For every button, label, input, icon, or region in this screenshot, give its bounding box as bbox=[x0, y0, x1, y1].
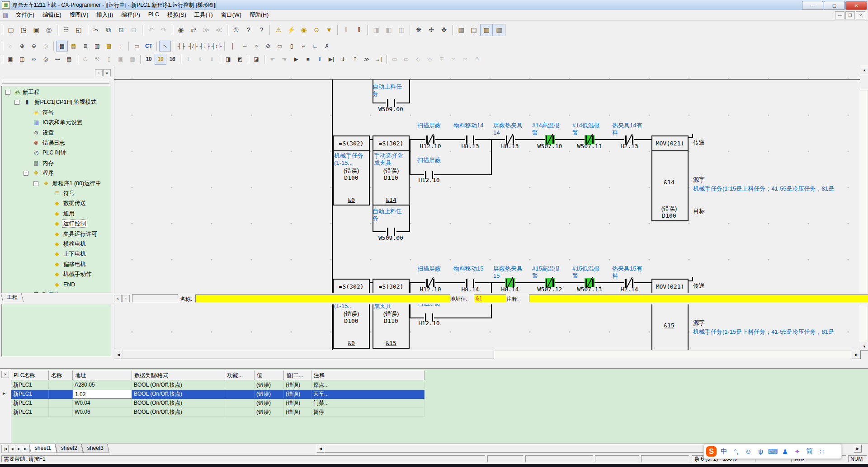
workspace-float-button[interactable]: ▫ bbox=[95, 69, 103, 76]
table-cell[interactable]: 暂停 bbox=[311, 408, 425, 417]
cut-button[interactable]: ✂ bbox=[90, 24, 102, 36]
zoom-out-button[interactable]: ⊖ bbox=[28, 41, 40, 51]
ct-view-button[interactable]: CT bbox=[143, 41, 155, 51]
pause-button[interactable]: ‖ bbox=[353, 24, 365, 36]
print-button[interactable]: ☷ bbox=[60, 24, 72, 36]
table-cell[interactable] bbox=[225, 390, 255, 399]
menu-simulation[interactable]: 模拟(S) bbox=[163, 10, 190, 20]
window-output-button[interactable]: ▦ bbox=[493, 24, 505, 36]
table-cell[interactable]: W0.04 bbox=[73, 399, 132, 408]
table-cell[interactable]: (错误) bbox=[255, 399, 284, 408]
delete-horizontal-button[interactable]: ∟ bbox=[309, 41, 321, 51]
table-cell[interactable]: (错误) bbox=[255, 390, 284, 399]
table-cell[interactable]: 天车... bbox=[311, 390, 425, 399]
vertical-line-button[interactable]: │ bbox=[227, 41, 239, 51]
print-preview-button[interactable]: ◱ bbox=[72, 24, 85, 36]
watch-monitor-button[interactable]: ◎ bbox=[40, 54, 52, 65]
child-close-button[interactable]: ✕ bbox=[856, 11, 865, 19]
menu-help[interactable]: 帮助(H) bbox=[245, 10, 273, 20]
symbol-bar-pin-button[interactable]: ▫ bbox=[122, 295, 130, 302]
decimal-button[interactable]: 10 bbox=[143, 54, 155, 65]
tree-item[interactable]: ◆上下电机 bbox=[2, 250, 110, 258]
menu-insert[interactable]: 插入(I) bbox=[92, 10, 117, 20]
tree-item[interactable]: ◆偏移电机 bbox=[2, 260, 110, 269]
table-cell[interactable]: (错误) bbox=[255, 408, 284, 417]
expand-box-icon[interactable]: - bbox=[33, 181, 38, 186]
transfer-button[interactable]: ▼ bbox=[323, 24, 335, 36]
table-cell[interactable]: 门禁... bbox=[311, 399, 425, 408]
column-header-0[interactable]: PLC名称 bbox=[11, 370, 49, 380]
ime-toolbox-icon[interactable]: ∷ bbox=[816, 448, 828, 456]
table-cell[interactable]: (错误) bbox=[284, 390, 311, 399]
context-help-button[interactable]: ? bbox=[255, 24, 268, 36]
stop-button[interactable]: ■ bbox=[302, 54, 314, 65]
tab-sheet3[interactable]: sheet3 bbox=[81, 444, 109, 453]
rung-comment-button[interactable]: ⫶ bbox=[115, 41, 127, 51]
vscroll-up-button[interactable]: ▲ bbox=[860, 65, 868, 75]
check-program-button[interactable]: ◉ bbox=[297, 24, 310, 36]
erase-button[interactable]: ✗ bbox=[321, 41, 333, 51]
comment-field[interactable] bbox=[529, 294, 868, 303]
table-cell[interactable]: 新PLC1 bbox=[11, 399, 49, 408]
compile-all-button[interactable]: ⚡ bbox=[285, 24, 297, 36]
inverted-instruction-button[interactable]: ▯ bbox=[286, 41, 297, 51]
menu-file[interactable]: 文件(F) bbox=[12, 10, 38, 20]
table-cell[interactable] bbox=[49, 408, 73, 417]
coil-nc-button[interactable]: ⊘ bbox=[262, 41, 274, 51]
new-button[interactable]: ▢ bbox=[5, 24, 17, 36]
table-cell[interactable]: (错误) bbox=[255, 381, 284, 390]
table-cell[interactable]: 新PLC1 bbox=[11, 390, 49, 399]
ladder-editor[interactable]: 自动上料任务W509.00扫描屏蔽物料移动14屏蔽热夹具14#14高温报警#14… bbox=[114, 65, 860, 350]
ime-punctuation-icon[interactable]: °, bbox=[730, 448, 742, 455]
ime-emoji-icon[interactable]: ☺ bbox=[742, 448, 755, 455]
differential-button[interactable]: ◪ bbox=[250, 54, 262, 65]
menu-window[interactable]: 窗口(W) bbox=[217, 10, 245, 20]
monitor-view-button[interactable]: ▥ bbox=[91, 41, 103, 51]
column-header-3[interactable]: 数据类型/格式 bbox=[132, 370, 225, 380]
ime-account-icon[interactable]: ♟ bbox=[779, 448, 791, 456]
find-button[interactable]: ◉ bbox=[175, 24, 187, 36]
tree-item[interactable]: ◆END bbox=[2, 280, 110, 289]
tree-item[interactable]: -❖程序 bbox=[2, 169, 110, 177]
tab-sheet1[interactable]: sheet1 bbox=[29, 444, 57, 453]
pause-run-button[interactable]: ‖ bbox=[314, 54, 326, 65]
column-header-7[interactable]: 注释 bbox=[311, 370, 425, 380]
save-button[interactable]: ▣ bbox=[30, 24, 42, 36]
transfer-bit-button[interactable]: ◩ bbox=[234, 54, 246, 65]
column-header-1[interactable]: 名称 bbox=[49, 370, 73, 380]
table-cell[interactable]: BOOL (On/Off,接点) bbox=[132, 408, 225, 417]
column-header-4[interactable]: 功能... bbox=[225, 370, 255, 380]
table-cell[interactable]: (错误) bbox=[284, 381, 311, 390]
expand-box-icon[interactable]: - bbox=[24, 171, 28, 176]
window-float-button[interactable]: ▦ bbox=[455, 24, 467, 36]
table-cell[interactable]: 新PLC1 bbox=[11, 408, 49, 417]
horizontal-line-button[interactable]: ─ bbox=[239, 41, 250, 51]
tab-project[interactable]: 工程 bbox=[1, 293, 24, 302]
child-restore-button[interactable]: ❐ bbox=[845, 11, 855, 19]
transfer-word-button[interactable]: ◨ bbox=[222, 54, 234, 65]
tree-item[interactable]: ◆通用 bbox=[2, 210, 110, 218]
watch-window-button[interactable]: ▣ bbox=[5, 54, 16, 65]
tree-item[interactable]: ◆运行控制 bbox=[2, 219, 110, 228]
column-header-2[interactable]: 地址 bbox=[73, 370, 132, 380]
table-cell[interactable] bbox=[225, 408, 255, 417]
minimize-button[interactable]: — bbox=[802, 1, 823, 10]
expand-box-icon[interactable]: - bbox=[14, 100, 19, 105]
table-cell[interactable] bbox=[225, 381, 255, 390]
menu-plc[interactable]: PLC bbox=[144, 10, 163, 20]
open-button[interactable]: ◳ bbox=[17, 24, 30, 36]
tree-item[interactable]: ◆夹具运行许可 bbox=[2, 230, 110, 238]
sheet-last-button[interactable]: ▶| bbox=[22, 445, 30, 453]
table-cell[interactable]: (错误) bbox=[284, 408, 311, 417]
workspace-grip[interactable] bbox=[2, 81, 109, 84]
table-cell[interactable] bbox=[49, 399, 73, 408]
symbol-bar-button[interactable]: ▤ bbox=[68, 41, 80, 51]
tab-sheet2[interactable]: sheet2 bbox=[55, 444, 83, 453]
window-dock-button[interactable]: ▤ bbox=[467, 24, 480, 36]
monitor-stop-button[interactable]: ✣ bbox=[425, 24, 438, 36]
tree-item[interactable]: -❖新程序1 (00)运行中 bbox=[2, 179, 110, 188]
menu-program[interactable]: 编程(P) bbox=[117, 10, 144, 20]
table-cell[interactable] bbox=[49, 381, 73, 390]
skip-button[interactable]: ≫ bbox=[361, 54, 373, 65]
contact-nc-button[interactable]: ┤/├ bbox=[187, 41, 199, 51]
